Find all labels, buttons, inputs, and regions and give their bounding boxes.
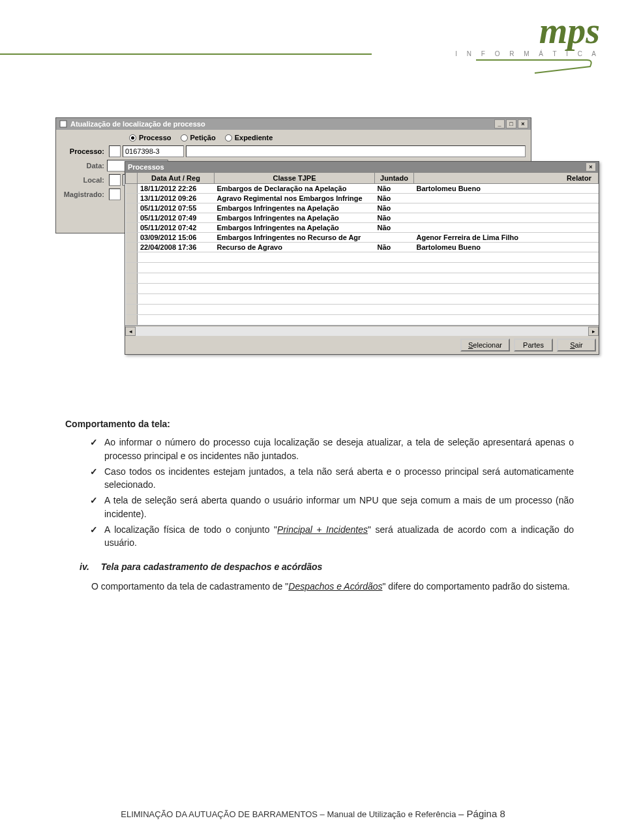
subsection-iv: iv. Tela para cadastramento de despachos… <box>80 560 574 573</box>
processos-table: Data Aut / Reg Classe TJPE Juntado Relat… <box>125 172 599 325</box>
subsection-title: Tela para cadastramento de despachos e a… <box>101 560 323 573</box>
data-label: Data: <box>61 162 107 170</box>
table-row[interactable]: 05/11/2012 07:42Embargos Infringentes na… <box>126 223 599 233</box>
bullet-item: A localização física de todo o conjunto … <box>90 523 574 550</box>
bullet-item: Ao informar o número do processo cuja lo… <box>90 436 574 462</box>
col-header-juntado[interactable]: Juntado <box>375 173 414 184</box>
processos-popup: Processos × Data Aut / Reg Classe TJPE J… <box>125 161 599 355</box>
processo-label: Processo: <box>61 147 107 155</box>
selecionar-button[interactable]: Selecionar <box>460 338 510 352</box>
window-titlebar: Atualização de localização de processo _… <box>56 118 531 130</box>
document-body: Comportamento da tela: Ao informar o núm… <box>65 417 574 599</box>
type-radio-group: Processo Petição Expediente <box>61 134 526 142</box>
page-footer: ELIMINAÇÃO DA AUTUAÇÃO DE BARRAMENTOS – … <box>0 808 626 819</box>
scroll-track[interactable] <box>136 327 588 336</box>
minimize-button[interactable]: _ <box>494 119 505 128</box>
col-header-data[interactable]: Data Aut / Reg <box>138 173 215 184</box>
table-row-empty <box>126 305 599 315</box>
magistrado-code-input[interactable] <box>109 188 121 200</box>
table-row-empty <box>126 315 599 325</box>
col-header-relator[interactable]: Relator <box>414 173 599 184</box>
app-icon <box>59 119 68 128</box>
table-row[interactable]: 13/11/2012 09:26Agravo Regimental nos Em… <box>126 194 599 203</box>
radio-dot-icon <box>129 134 136 142</box>
radio-processo[interactable]: Processo <box>129 134 171 142</box>
footer-page: Página 8 <box>467 808 505 819</box>
partes-button[interactable]: Partes <box>514 338 553 352</box>
table-row-empty <box>126 284 599 294</box>
processo-prefix-input[interactable] <box>109 145 121 157</box>
table-row[interactable]: 05/11/2012 07:55Embargos Infringentes na… <box>126 203 599 213</box>
maximize-button[interactable]: □ <box>506 119 516 128</box>
radio-dot-icon <box>225 134 232 142</box>
radio-peticao[interactable]: Petição <box>181 134 216 142</box>
svg-rect-0 <box>60 121 67 127</box>
popup-title-text: Processos <box>128 163 164 171</box>
popup-button-bar: Selecionar Partes Sair <box>125 336 599 354</box>
table-row[interactable]: 18/11/2012 22:26Embargos de Declaração n… <box>126 184 599 194</box>
screenshot-region: Atualização de localização de processo _… <box>55 117 600 233</box>
close-button[interactable]: × <box>518 119 528 128</box>
scroll-right-icon[interactable]: ▸ <box>588 327 599 336</box>
bullet-item: A tela de seleção será aberta quando o u… <box>90 494 574 520</box>
bullet-list: Ao informar o número do processo cuja lo… <box>65 436 574 549</box>
popup-close-button[interactable]: × <box>586 162 596 172</box>
table-gutter-header <box>126 173 138 184</box>
paragraph: O comportamento da tela de cadastramento… <box>65 580 574 593</box>
table-row-empty <box>126 294 599 305</box>
popup-titlebar: Processos × <box>125 162 599 172</box>
bullet-item: Caso todos os incidentes estejam juntado… <box>90 465 574 492</box>
footer-text: ELIMINAÇÃO DA AUTUAÇÃO DE BARRAMENTOS – … <box>121 809 456 819</box>
logo-subtext: I N F O R M Á T I C A <box>455 50 600 57</box>
table-row[interactable]: 03/09/2012 15:06Embargos Infringentes no… <box>126 233 599 243</box>
local-code-input[interactable] <box>109 174 121 186</box>
table-row-empty <box>126 273 599 284</box>
horizontal-scrollbar[interactable]: ◂ ▸ <box>125 325 599 336</box>
radio-expediente[interactable]: Expediente <box>225 134 273 142</box>
header-rule <box>0 53 372 55</box>
footer-sep: – <box>458 808 467 819</box>
section-heading: Comportamento da tela: <box>65 417 574 430</box>
table-row[interactable]: 05/11/2012 07:49Embargos Infringentes na… <box>126 213 599 223</box>
subsection-number: iv. <box>80 560 89 573</box>
processo-desc-input[interactable] <box>186 145 526 157</box>
sair-button[interactable]: Sair <box>557 338 596 352</box>
local-label: Local: <box>61 176 107 184</box>
window-title: Atualização de localização de processo <box>70 120 205 128</box>
table-row[interactable]: 22/04/2008 17:36Recurso de AgravoNãoBart… <box>126 243 599 252</box>
logo-decoration-icon <box>470 57 600 77</box>
scroll-left-icon[interactable]: ◂ <box>125 327 136 336</box>
processo-number-input[interactable]: 0167398-3 <box>123 145 184 157</box>
app-window: Atualização de localização de processo _… <box>55 117 531 233</box>
radio-dot-icon <box>181 134 188 142</box>
col-header-classe[interactable]: Classe TJPE <box>215 173 375 184</box>
logo-text: mps <box>455 18 600 44</box>
brand-logo: mps I N F O R M Á T I C A <box>455 18 600 80</box>
table-row-empty <box>126 263 599 273</box>
magistrado-label: Magistrado: <box>61 190 107 198</box>
table-row-empty <box>126 252 599 263</box>
